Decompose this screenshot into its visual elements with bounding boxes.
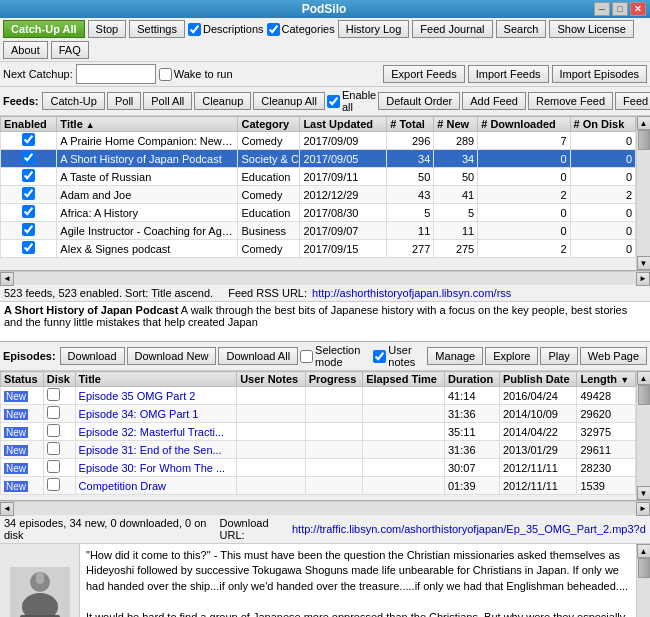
manage-button[interactable]: Manage <box>427 347 483 365</box>
ep-title-cell[interactable]: Competition Draw <box>75 477 237 495</box>
feed-table-row[interactable]: Africa: A History Education 2017/08/30 5… <box>1 204 636 222</box>
feed-table-container[interactable]: Enabled Title ▲ Category Last Updated # … <box>0 116 636 271</box>
th-user-notes[interactable]: User Notes <box>237 372 305 387</box>
th-on-disk[interactable]: # On Disk <box>570 117 635 132</box>
th-category[interactable]: Category <box>238 117 300 132</box>
ep-disk-cell[interactable] <box>43 441 75 459</box>
feed-enabled-cell[interactable] <box>1 240 57 258</box>
preview-scroll-track[interactable] <box>637 558 650 617</box>
show-license-button[interactable]: Show License <box>549 20 634 38</box>
about-button[interactable]: About <box>3 41 48 59</box>
th-publish-date[interactable]: Publish Date <box>499 372 576 387</box>
search-button[interactable]: Search <box>496 20 547 38</box>
remove-feed-button[interactable]: Remove Feed <box>528 92 613 110</box>
ep-title-cell[interactable]: Episode 31: End of the Sen... <box>75 441 237 459</box>
feed-table-row[interactable]: Adam and Joe Comedy 2012/12/29 43 41 2 2 <box>1 186 636 204</box>
preview-scrollbar[interactable]: ▲ ▼ <box>636 544 650 617</box>
ep-scroll-up-arrow[interactable]: ▲ <box>637 371 651 385</box>
feed-title-cell[interactable]: Alex & Signes podcast <box>57 240 238 258</box>
ep-title-cell[interactable]: Episode 32: Masterful Tracti... <box>75 423 237 441</box>
ep-disk-checkbox[interactable] <box>47 424 60 437</box>
episode-table-container[interactable]: Status Disk Title User Notes Progress El… <box>0 371 636 501</box>
feed-enabled-cell[interactable] <box>1 132 57 150</box>
preview-scroll-thumb[interactable] <box>638 558 650 578</box>
th-length[interactable]: Length ▼ <box>577 372 636 387</box>
stop-button[interactable]: Stop <box>88 20 127 38</box>
ep-title-cell[interactable]: Episode 35 OMG Part 2 <box>75 387 237 405</box>
feed-table-row[interactable]: A Short History of Japan Podcast Society… <box>1 150 636 168</box>
close-button[interactable]: ✕ <box>630 2 646 16</box>
th-duration[interactable]: Duration <box>444 372 499 387</box>
ep-disk-checkbox[interactable] <box>47 478 60 491</box>
feed-table-row[interactable]: A Prairie Home Companion: News from... C… <box>1 132 636 150</box>
feed-table-scrollbar[interactable]: ▲ ▼ <box>636 116 650 270</box>
feed-enabled-checkbox[interactable] <box>22 205 35 218</box>
ep-table-scrollbar[interactable]: ▲ ▼ <box>636 371 650 500</box>
episode-table-row[interactable]: New Episode 32: Masterful Tracti... 35:1… <box>1 423 636 441</box>
selection-mode-checkbox[interactable] <box>300 350 313 363</box>
ep-disk-checkbox[interactable] <box>47 388 60 401</box>
th-ep-title[interactable]: Title <box>75 372 237 387</box>
ep-disk-cell[interactable] <box>43 477 75 495</box>
ep-horiz-scroll[interactable]: ◄ ► <box>0 501 650 515</box>
wake-to-run-checkbox[interactable] <box>159 68 172 81</box>
cleanup-all-button[interactable]: Cleanup All <box>253 92 325 110</box>
scroll-up-arrow[interactable]: ▲ <box>637 116 651 130</box>
poll-button[interactable]: Poll <box>107 92 141 110</box>
feed-journal-button[interactable]: Feed Journal <box>412 20 492 38</box>
add-feed-button[interactable]: Add Feed <box>462 92 526 110</box>
th-last-updated[interactable]: Last Updated <box>300 117 387 132</box>
feed-enabled-checkbox[interactable] <box>22 169 35 182</box>
ep-disk-checkbox[interactable] <box>47 406 60 419</box>
feed-enabled-checkbox[interactable] <box>22 187 35 200</box>
minimize-button[interactable]: ─ <box>594 2 610 16</box>
ep-disk-checkbox[interactable] <box>47 442 60 455</box>
play-button[interactable]: Play <box>540 347 577 365</box>
descriptions-checkbox[interactable] <box>188 23 201 36</box>
th-enabled[interactable]: Enabled <box>1 117 57 132</box>
ep-disk-checkbox[interactable] <box>47 460 60 473</box>
scroll-left-arrow[interactable]: ◄ <box>0 272 14 286</box>
cleanup-button[interactable]: Cleanup <box>194 92 251 110</box>
history-log-button[interactable]: History Log <box>338 20 410 38</box>
feed-table-row[interactable]: A Taste of Russian Education 2017/09/11 … <box>1 168 636 186</box>
feed-enabled-checkbox[interactable] <box>22 241 35 254</box>
feed-enabled-cell[interactable] <box>1 150 57 168</box>
next-catchup-input[interactable] <box>76 64 156 84</box>
catchup-button[interactable]: Catch-Up <box>42 92 104 110</box>
scroll-track[interactable] <box>637 130 650 256</box>
ep-title-cell[interactable]: Episode 34: OMG Part 1 <box>75 405 237 423</box>
feed-enabled-checkbox[interactable] <box>22 151 35 164</box>
maximize-button[interactable]: □ <box>612 2 628 16</box>
feed-settings-button[interactable]: Feed Settings <box>615 92 650 110</box>
enable-all-checkbox[interactable] <box>327 95 340 108</box>
ep-h-track[interactable] <box>14 502 636 515</box>
episode-table-row[interactable]: New Episode 34: OMG Part 1 31:36 2014/10… <box>1 405 636 423</box>
feed-title-cell[interactable]: Adam and Joe <box>57 186 238 204</box>
feed-title-cell[interactable]: A Prairie Home Companion: News from... <box>57 132 238 150</box>
download-all-button[interactable]: Download All <box>218 347 298 365</box>
th-elapsed-time[interactable]: Elapsed Time <box>363 372 445 387</box>
ep-disk-cell[interactable] <box>43 387 75 405</box>
ep-web-page-button[interactable]: Web Page <box>580 347 647 365</box>
episode-table-row[interactable]: New Episode 30: For Whom The ... 30:07 2… <box>1 459 636 477</box>
feed-enabled-checkbox[interactable] <box>22 133 35 146</box>
faq-button[interactable]: FAQ <box>51 41 89 59</box>
episode-table-row[interactable]: New Episode 35 OMG Part 2 41:14 2016/04/… <box>1 387 636 405</box>
export-feeds-button[interactable]: Export Feeds <box>383 65 464 83</box>
ep-scroll-down-arrow[interactable]: ▼ <box>637 486 651 500</box>
th-total[interactable]: # Total <box>387 117 434 132</box>
settings-button[interactable]: Settings <box>129 20 185 38</box>
feed-horiz-scroll[interactable]: ◄ ► <box>0 271 650 285</box>
poll-all-button[interactable]: Poll All <box>143 92 192 110</box>
explore-button[interactable]: Explore <box>485 347 538 365</box>
catchup-all-button[interactable]: Catch-Up All <box>3 20 85 38</box>
ep-scroll-thumb[interactable] <box>638 385 650 405</box>
th-downloaded[interactable]: # Downloaded <box>478 117 570 132</box>
th-progress[interactable]: Progress <box>305 372 363 387</box>
feed-enabled-cell[interactable] <box>1 168 57 186</box>
scroll-thumb[interactable] <box>638 130 650 150</box>
preview-scroll-up[interactable]: ▲ <box>637 544 651 558</box>
feed-enabled-cell[interactable] <box>1 222 57 240</box>
feed-enabled-checkbox[interactable] <box>22 223 35 236</box>
